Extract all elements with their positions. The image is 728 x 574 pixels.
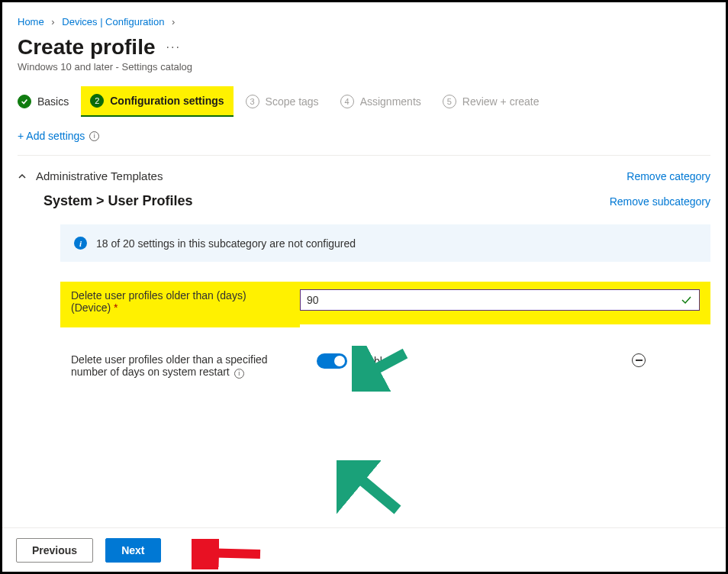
page-title: Create profile: [18, 35, 156, 60]
step-basics[interactable]: Basics: [18, 95, 69, 108]
more-actions-icon[interactable]: ···: [166, 40, 181, 54]
info-icon[interactable]: i: [234, 369, 244, 379]
wizard-steps: Basics 2 Configuration settings 3 Scope …: [18, 94, 710, 109]
checkmark-icon: [18, 95, 31, 108]
subcategory-title: System > User Profiles: [43, 193, 193, 209]
toggle-state: Enabled: [355, 355, 394, 367]
step-number-icon: 4: [340, 95, 354, 108]
step-label: Assignments: [360, 95, 421, 108]
step-assignments[interactable]: 4 Assignments: [340, 95, 421, 108]
chevron-right-icon: ›: [172, 16, 175, 27]
required-asterisk: *: [114, 302, 118, 314]
chevron-up-icon: [18, 172, 27, 181]
delete-days-input[interactable]: [300, 289, 700, 311]
info-banner: i 18 of 20 settings in this subcategory …: [60, 224, 710, 262]
breadcrumb: Home › Devices | Configuration ›: [18, 16, 710, 27]
checkmark-icon: [680, 294, 692, 306]
remove-subcategory-link[interactable]: Remove subcategory: [610, 195, 710, 208]
next-button[interactable]: Next: [105, 538, 160, 563]
breadcrumb-home[interactable]: Home: [18, 16, 44, 27]
category-name: Administrative Templates: [36, 169, 163, 182]
step-review-create[interactable]: 5 Review + create: [443, 95, 540, 108]
step-label: Review + create: [462, 95, 540, 108]
add-settings-label: + Add settings: [18, 130, 85, 142]
remove-category-link[interactable]: Remove category: [627, 170, 710, 182]
enable-toggle[interactable]: [317, 353, 347, 369]
step-number-icon: 5: [443, 95, 456, 108]
setting-delete-days: Delete user profiles older than (days) (…: [60, 282, 710, 327]
step-number-icon: 3: [246, 95, 259, 108]
toggle-knob: [334, 356, 345, 366]
info-icon: i: [74, 237, 87, 250]
remove-setting-button[interactable]: [632, 353, 646, 367]
step-label: Basics: [37, 95, 69, 108]
category-toggle[interactable]: Administrative Templates: [18, 169, 163, 182]
setting-label: Delete user profiles older than (days) (…: [71, 289, 246, 314]
chevron-right-icon: ›: [51, 16, 54, 27]
step-label: Configuration settings: [110, 95, 224, 107]
step-scope-tags[interactable]: 3 Scope tags: [246, 95, 319, 108]
minus-icon: [636, 360, 643, 361]
step-label: Scope tags: [266, 95, 319, 108]
breadcrumb-devices[interactable]: Devices | Configuration: [62, 16, 164, 27]
previous-button[interactable]: Previous: [16, 538, 93, 563]
info-banner-text: 18 of 20 settings in this subcategory ar…: [96, 237, 356, 250]
footer: Previous Next: [2, 527, 726, 572]
info-icon[interactable]: i: [89, 131, 99, 141]
page-subtitle: Windows 10 and later - Settings catalog: [18, 61, 710, 73]
step-number-icon: 2: [90, 94, 104, 108]
setting-delete-toggle: Delete user profiles older than a specif…: [60, 353, 710, 379]
add-settings-link[interactable]: + Add settings i: [18, 130, 99, 142]
step-configuration-settings[interactable]: 2 Configuration settings: [81, 86, 233, 117]
